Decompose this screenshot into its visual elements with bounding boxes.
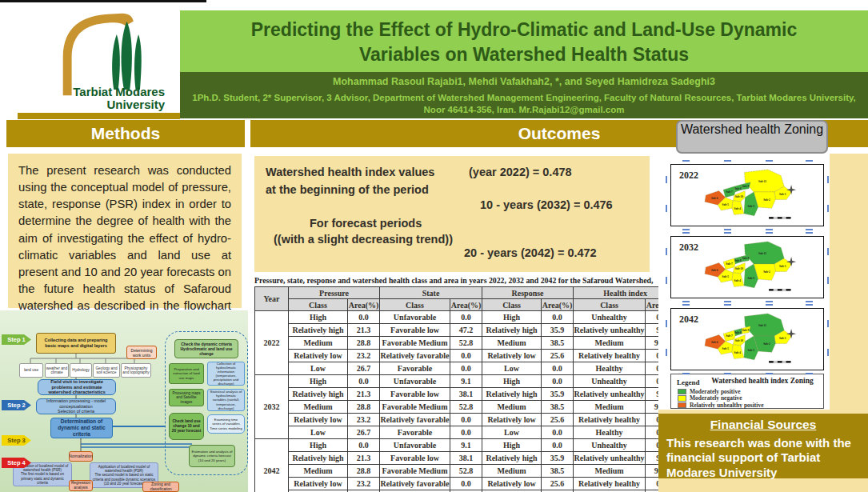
table-row: Low26.7Favorable0.0Low0.0Healthy0.0 <box>255 426 678 439</box>
table-cell: 38.5 <box>542 401 574 414</box>
table-cell: Unhealthy <box>574 311 646 324</box>
table-cell: High <box>289 439 348 452</box>
table-cell: 28.8 <box>348 465 380 478</box>
table-cell: 0.0 <box>348 311 380 324</box>
map-tick <box>766 301 773 302</box>
svg-text:Sub-6: Sub-6 <box>711 269 718 272</box>
table-cell: Relatively high <box>482 324 542 337</box>
flow-box-work-units: Determining work units <box>126 346 157 359</box>
table-subheader: Area(%) <box>542 299 574 311</box>
table-cell: Low <box>289 362 348 375</box>
legend-items: Moderately positiveModerately negativeRe… <box>678 388 764 409</box>
table-cell: Relatively favorable <box>380 478 450 490</box>
table-cell: 26.7 <box>348 362 380 375</box>
table-cell: 0.0 <box>450 362 482 375</box>
table-cell: Favorable low <box>380 452 450 465</box>
table-cell: Favorable <box>380 426 450 439</box>
map-tick <box>682 304 690 306</box>
legend-heading: Watershed health index Zoning <box>703 377 822 385</box>
table-cell: 0.0 <box>542 426 574 439</box>
table-cell: Relatively healthy <box>574 414 646 426</box>
flow-box-processing-maps: Processing maps and Satellite images <box>169 389 204 406</box>
flow-text-info-processing: Information processing - model conceptua… <box>38 398 114 409</box>
table-subheader: Area(%) <box>450 299 482 311</box>
table-cell: Relatively low <box>289 350 348 362</box>
legend-swatch-rel <box>678 402 686 409</box>
table-row: Low26.7Favorable0.0Low0.0Healthy0.0 <box>255 362 678 375</box>
svg-text:Sub-3: Sub-3 <box>748 205 755 208</box>
table-cell: Relatively healthy <box>574 350 646 362</box>
table-row: Relatively high21.3Favorable low47.2Rela… <box>255 324 678 337</box>
table-cell: Relatively unhealthy <box>574 388 646 401</box>
table-row: Relatively high21.3Favorable low38.1Rela… <box>255 388 678 401</box>
legend-item-neg: Moderately negative <box>678 395 764 402</box>
flow-box-collect-data: Collecting data and preparing basic maps… <box>36 333 116 354</box>
map-tick <box>827 176 829 183</box>
svg-text:Sub-6: Sub-6 <box>711 197 718 200</box>
table-cell: 21.3 <box>348 324 380 337</box>
table-header-group: Pressure <box>289 287 380 299</box>
flow-text-check-dynamic-sub: Hydroclimatic and land use change <box>177 346 236 356</box>
flow-box-zoning-classification: Zoning and classification <box>142 482 179 492</box>
table-cell: High <box>289 311 348 324</box>
table-row: 2022High0.0Unfavorable0.0High0.0Unhealth… <box>255 311 678 324</box>
outcomes-forecast-line2: ((with a slight decreasing trend)) <box>274 233 453 246</box>
table-cell: Medium <box>574 337 646 350</box>
legend-swatch-pos <box>678 389 686 395</box>
map-tick <box>806 301 813 302</box>
svg-text:Sub-3: Sub-3 <box>748 277 755 280</box>
table-cell: Medium <box>482 465 542 478</box>
svg-text:Sub-8: Sub-8 <box>734 331 742 334</box>
table-row: Medium28.8Favorable Medium52.8Medium38.5… <box>255 337 678 350</box>
flow-box-check-landuse: Check land use change 10 and 20 year for… <box>169 413 204 440</box>
map-tick <box>827 349 829 356</box>
map-tick <box>827 320 829 327</box>
table-subheader: Class <box>574 299 646 311</box>
svg-text:Sub-8: Sub-8 <box>734 187 742 190</box>
table-cell: 23.2 <box>348 478 380 490</box>
table-cell: 26.7 <box>348 426 380 439</box>
table-header-group: Response <box>482 287 574 299</box>
map-tick <box>682 160 690 162</box>
table-cell: Medium <box>482 401 542 414</box>
table-cell: 38.5 <box>542 337 574 350</box>
table-subheader: Area(%) <box>348 299 380 311</box>
table-cell: 35.9 <box>542 388 574 401</box>
methods-section-header: Methods <box>6 120 245 147</box>
flow-box-regression: Regression analysis <box>69 480 93 491</box>
flow-box-info-processing: Information processing - model conceptua… <box>36 398 116 414</box>
table-cell: High <box>482 311 542 324</box>
svg-text:Sub-9: Sub-9 <box>742 329 750 332</box>
table-cell: 52.8 <box>450 465 482 478</box>
flow-box-time-series: Examining time series of variables Time … <box>207 414 245 434</box>
methods-paragraph: The present research was conducted using… <box>18 162 231 332</box>
table-cell: Medium <box>289 401 348 414</box>
title-band: Predicting the Effect of Hydro-Climatic … <box>180 10 868 72</box>
flow-box-hydro-info: Collection of hydroclimatic information … <box>207 362 245 386</box>
table-cell: Relatively low <box>482 414 542 426</box>
svg-text:Sub-1: Sub-1 <box>779 265 786 268</box>
svg-text:Sub-10: Sub-10 <box>735 339 743 342</box>
map-tick <box>766 229 773 230</box>
flow-text-time-series: Examining time series of variables <box>210 418 242 426</box>
flow-box-estimation: Estimation and analysis of dynamic crite… <box>189 445 235 467</box>
table-cell: 9.1 <box>450 375 482 388</box>
svg-text:Sub-2: Sub-2 <box>763 198 770 202</box>
svg-text:Sub-2: Sub-2 <box>763 342 770 346</box>
map-tick <box>827 277 829 284</box>
table-cell: Relatively high <box>482 388 542 401</box>
table-cell: 21.3 <box>348 388 380 401</box>
table-cell: Relatively low <box>482 350 542 362</box>
legend-item-pos: Moderately positive <box>678 388 764 395</box>
table-cell: 25.6 <box>542 414 574 426</box>
table-cell: 0.0 <box>450 311 482 324</box>
table-cell: Relatively high <box>289 324 348 337</box>
table-cell: Favorable Medium <box>380 337 450 350</box>
table-cell: 25.6 <box>542 478 574 490</box>
table-cell: Unhealthy <box>574 439 646 452</box>
table-cell: High <box>289 375 348 388</box>
map-tick <box>682 232 690 234</box>
table-cell: Low <box>482 426 542 439</box>
table-cell: 0.0 <box>450 478 482 490</box>
legend-item-rel: Relatively unhealthy positive <box>678 402 764 409</box>
